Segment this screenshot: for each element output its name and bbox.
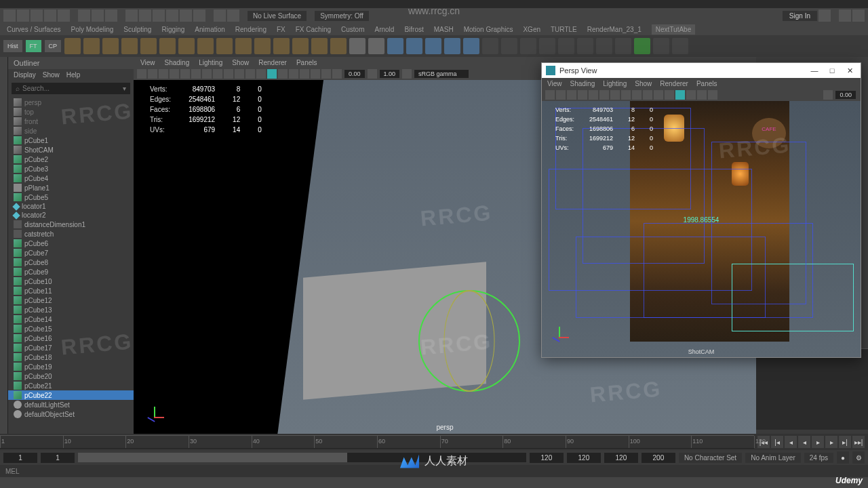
shadows-icon[interactable] (289, 69, 298, 79)
anim-end-input[interactable] (567, 453, 601, 463)
file-icon[interactable] (3, 9, 16, 22)
snap-curve-icon[interactable] (139, 9, 151, 22)
vp-renderer-menu[interactable]: Renderer (258, 59, 287, 66)
extrude-icon[interactable] (425, 38, 441, 54)
range-start-input[interactable] (41, 453, 75, 463)
outliner-item-pPlane1[interactable]: pPlane1 (8, 183, 134, 192)
outliner-item-pCube3[interactable]: pCube3 (8, 164, 134, 174)
poly-plane-icon[interactable] (159, 38, 176, 54)
outliner-item-pCube9[interactable]: pCube9 (8, 267, 134, 277)
f-iso-icon[interactable] (708, 90, 717, 100)
outliner-item-pCube4[interactable]: pCube4 (8, 174, 134, 183)
delete-icon[interactable] (672, 38, 688, 54)
f-light-icon[interactable] (686, 90, 696, 100)
sculpt-icon[interactable] (634, 38, 650, 54)
colorspace-icon[interactable] (402, 69, 412, 79)
f-exp-val[interactable]: 0.00 (835, 91, 856, 99)
outliner-item-pCube20[interactable]: pCube20 (8, 371, 134, 381)
shelf-tab[interactable]: Arnold (374, 26, 394, 33)
outliner-item-pCube16[interactable]: pCube16 (8, 333, 134, 343)
outliner-item-pCube22[interactable]: pCube22 (8, 390, 134, 400)
signin-button[interactable]: Sign In (783, 11, 817, 21)
poly-torus-icon[interactable] (140, 38, 157, 54)
exposure-value[interactable]: 0.00 (344, 70, 365, 78)
outliner-item-pCube14[interactable]: pCube14 (8, 314, 134, 324)
poly-platonic-icon[interactable] (197, 38, 214, 54)
outliner-item-pCube17[interactable]: pCube17 (8, 343, 134, 352)
play-back-button[interactable]: ◂ (798, 436, 810, 448)
lasso-icon[interactable] (92, 9, 104, 22)
outliner-search[interactable]: ⌕ Search... ▾ (12, 83, 130, 94)
outliner-item-pCube12[interactable]: pCube12 (8, 296, 134, 305)
float-panels-menu[interactable]: Panels (696, 80, 717, 87)
step-back-button[interactable]: ◂ (785, 436, 797, 448)
lock-icon[interactable] (193, 9, 205, 22)
window-titlebar[interactable]: Persp View — □ ✕ (542, 63, 861, 78)
workspace-icon[interactable] (839, 9, 851, 22)
paint-icon[interactable] (105, 9, 117, 22)
f-grid-icon[interactable] (610, 90, 620, 100)
xray-joints-icon[interactable] (321, 69, 331, 79)
outliner-item-persp[interactable]: persp (8, 98, 134, 107)
shelf-tab[interactable]: XGen (523, 26, 540, 33)
shelf-tab[interactable]: Animation (195, 26, 224, 33)
shelf-tab[interactable]: MASH (434, 26, 454, 33)
poly-cone-icon[interactable] (121, 38, 138, 54)
snap-center-icon[interactable] (166, 9, 178, 22)
shelf-tab[interactable]: Rigging (161, 26, 184, 33)
range-end-input[interactable] (530, 453, 564, 463)
poly-super-icon[interactable] (330, 38, 347, 54)
outliner-item-side[interactable]: side (8, 126, 134, 136)
step-forward-key-button[interactable]: ▸| (839, 436, 851, 448)
outliner-item-pCube6[interactable]: pCube6 (8, 239, 134, 248)
poly-pyramid-icon[interactable] (216, 38, 233, 54)
layer-editor[interactable] (756, 348, 868, 430)
f-attr-icon[interactable] (556, 90, 566, 100)
outliner-item-top[interactable]: top (8, 107, 134, 117)
f-cam-icon[interactable] (545, 90, 555, 100)
camera-attr-icon[interactable] (148, 69, 157, 79)
outliner-item-front[interactable]: front (8, 117, 134, 126)
shelf-tab[interactable]: Curves / Surfaces (7, 26, 60, 33)
prefs-button[interactable]: ⚙ (852, 451, 865, 464)
multicut-icon[interactable] (482, 38, 498, 54)
outliner-item-defaultObjectSet[interactable]: defaultObjectSet (8, 409, 134, 419)
f-mask-icon[interactable] (643, 90, 652, 100)
quad-draw-icon[interactable] (653, 38, 669, 54)
outliner-item-pCube8[interactable]: pCube8 (8, 258, 134, 267)
f-tex-icon[interactable] (675, 90, 685, 100)
film-gate-icon[interactable] (213, 69, 222, 79)
float-renderer-menu[interactable]: Renderer (660, 80, 688, 87)
outliner-item-pCube11[interactable]: pCube11 (8, 286, 134, 296)
outliner-item-ShotCAM[interactable]: ShotCAM (8, 145, 134, 155)
outliner-item-pCube2[interactable]: pCube2 (8, 155, 134, 164)
f-res-icon[interactable] (632, 90, 642, 100)
current-frame-input[interactable] (604, 453, 638, 463)
shelf-tab[interactable]: Bifrost (404, 26, 423, 33)
construction-icon[interactable] (227, 9, 239, 22)
outliner-item-pCube1[interactable]: pCube1 (8, 136, 134, 145)
outliner-item-pCube13[interactable]: pCube13 (8, 305, 134, 314)
grid-icon[interactable] (202, 69, 212, 79)
bevel-icon[interactable] (463, 38, 479, 54)
shelf-cp-tab[interactable]: CP (45, 40, 62, 52)
shelf-ft-tab[interactable]: FT (26, 40, 41, 52)
float-shading-menu[interactable]: Shading (570, 80, 595, 87)
layout-icon[interactable] (852, 9, 865, 22)
outliner-item-distanceDimension1[interactable]: distanceDimension1 (8, 220, 134, 229)
outliner-item-catstretch[interactable]: catstretch (8, 229, 134, 239)
lights-icon[interactable] (278, 69, 288, 79)
outliner-item-pCube19[interactable]: pCube19 (8, 362, 134, 371)
crease-icon[interactable] (577, 38, 593, 54)
maximize-button[interactable]: □ (825, 66, 839, 75)
redo-icon[interactable] (58, 9, 70, 22)
shelf-tab[interactable]: Rendering (235, 26, 267, 33)
combine-icon[interactable] (387, 38, 403, 54)
select-camera-icon[interactable] (137, 69, 146, 79)
f-book-icon[interactable] (567, 90, 576, 100)
shelf-tab[interactable]: Sculpting (123, 26, 151, 33)
history-icon[interactable] (214, 9, 226, 22)
poly-helix-icon[interactable] (273, 38, 290, 54)
gate-mask-icon[interactable] (235, 69, 244, 79)
shelf-hist-tab[interactable]: Hist (3, 40, 22, 52)
